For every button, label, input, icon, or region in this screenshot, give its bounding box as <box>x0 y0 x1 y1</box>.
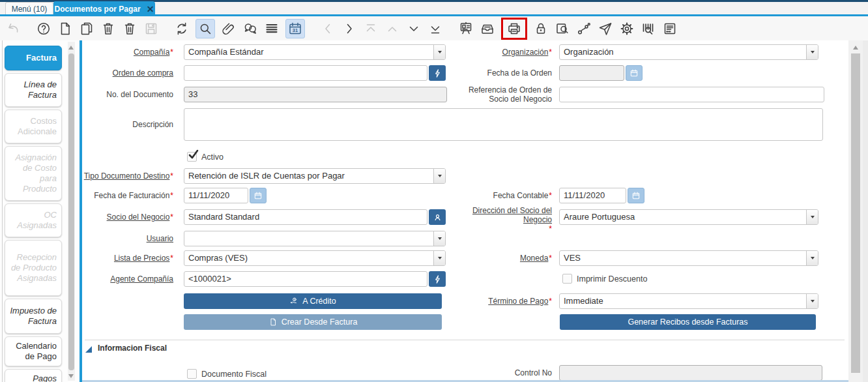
generar-recibos-button[interactable]: Generar Recibos desde Facturas <box>560 314 816 330</box>
organizacion-field[interactable]: Organización <box>559 44 818 60</box>
sidebar-tab-pagos[interactable]: Pagos <box>5 369 62 382</box>
fecha-contable-calendar-icon[interactable] <box>628 188 644 203</box>
termino-pago-dropdown-icon[interactable] <box>806 294 818 308</box>
sidebar-tab-impuesto-de-factura[interactable]: Impuesto de Factura <box>5 299 62 334</box>
fecha-orden-calendar-icon[interactable] <box>626 65 643 81</box>
delete-selection-icon[interactable] <box>122 20 137 38</box>
agente-field[interactable]: <1000021> <box>184 271 427 287</box>
organizacion-label[interactable]: Organización* <box>447 44 552 60</box>
orden-compra-value <box>184 66 427 80</box>
activo-checkbox[interactable] <box>187 152 197 162</box>
sidebar-tab-label: OC Asignadas <box>8 210 57 231</box>
close-tab-icon[interactable]: ✕ <box>147 5 154 14</box>
zoom-across-icon[interactable] <box>555 20 570 38</box>
referencia-field[interactable] <box>559 87 824 102</box>
next-record-icon[interactable] <box>341 20 357 38</box>
imprimir-descuento-checkbox[interactable] <box>562 274 572 284</box>
scroll-up-icon[interactable] <box>853 46 858 50</box>
lista-precios-field[interactable]: Compras (VES) <box>184 250 446 266</box>
socio-field[interactable]: Standard Standard <box>184 209 427 225</box>
print-icon[interactable] <box>506 20 522 38</box>
fecha-facturacion-field[interactable]: 11/11/2020 <box>184 188 248 203</box>
last-record-icon[interactable] <box>427 20 443 38</box>
report-view-icon[interactable] <box>662 20 678 38</box>
tipo-documento-dropdown-icon[interactable] <box>433 169 445 183</box>
orden-compra-search-button[interactable] <box>429 65 446 81</box>
agente-search-button[interactable] <box>429 271 446 287</box>
a-credito-button[interactable]: A Crédito <box>184 293 442 309</box>
sidebar-tab-factura[interactable]: Factura <box>5 46 62 70</box>
app-window: Menú (10) Documentos por Pagar ✕ 31 <box>0 0 868 382</box>
sidebar-scrollbar[interactable] <box>68 42 75 381</box>
sidebar-tab-label: Línea de Factura <box>8 80 57 100</box>
lista-precios-dropdown-icon[interactable] <box>433 251 445 265</box>
termino-pago-field[interactable]: Immediate <box>559 293 818 309</box>
documento-fiscal-checkbox[interactable] <box>187 369 197 379</box>
sidebar-scroll-down-icon[interactable] <box>68 374 74 378</box>
compania-label[interactable]: Compañía* <box>82 44 173 60</box>
attachment-icon[interactable] <box>221 20 237 38</box>
delete-record-icon[interactable] <box>100 20 116 38</box>
first-record-icon <box>363 20 379 38</box>
collapse-section-icon[interactable] <box>85 346 92 353</box>
new-record-icon[interactable] <box>57 20 73 38</box>
termino-pago-label[interactable]: Término de Pago* <box>447 293 552 309</box>
find-icon[interactable] <box>195 19 215 38</box>
compania-dropdown-icon[interactable] <box>433 45 445 59</box>
referencia-value <box>560 87 824 102</box>
refresh-icon[interactable] <box>174 20 190 38</box>
direccion-socio-label[interactable]: Dirección del Socio del Negocio* <box>447 206 552 228</box>
scroll-thumb[interactable] <box>851 53 860 373</box>
send-request-icon[interactable] <box>598 20 613 38</box>
socio-label[interactable]: Socio del Negocio* <box>82 209 173 225</box>
usuario-field[interactable] <box>184 231 446 246</box>
product-info-icon[interactable] <box>641 20 656 38</box>
imprimir-descuento-label: Imprimir Descuento <box>577 274 647 284</box>
descripcion-textarea[interactable] <box>184 108 823 141</box>
fecha-contable-field[interactable]: 11/11/2020 <box>559 188 626 203</box>
sidebar-scroll-up-icon[interactable] <box>68 46 74 50</box>
preferences-icon[interactable] <box>619 20 635 38</box>
socio-info-button[interactable] <box>429 209 446 225</box>
lock-icon[interactable] <box>533 20 549 38</box>
orden-compra-label[interactable]: Orden de compra <box>82 65 173 81</box>
calendar-icon[interactable]: 31 <box>285 19 305 38</box>
agente-label[interactable]: Agente Compañía <box>82 271 173 287</box>
sidebar-left-border <box>2 40 3 382</box>
sidebar-tab-label: Factura <box>26 53 57 63</box>
previous-record-icon <box>320 20 336 38</box>
moneda-dropdown-icon[interactable] <box>806 251 818 265</box>
report-icon[interactable] <box>458 20 474 38</box>
fecha-facturacion-group: 11/11/2020 <box>184 188 267 203</box>
archive-icon[interactable] <box>480 20 495 38</box>
workflow-icon[interactable] <box>576 20 592 38</box>
direccion-socio-dropdown-icon[interactable] <box>806 210 818 224</box>
tipo-documento-field[interactable]: Retención de ISLR de Cuentas por Pagar <box>184 168 446 184</box>
sidebar-scroll-thumb[interactable] <box>68 53 74 370</box>
sidebar-tab-list: Factura Línea de Factura Costos Adiciona… <box>0 40 80 382</box>
copy-record-icon[interactable] <box>79 20 94 38</box>
usuario-label[interactable]: Usuario <box>82 231 173 246</box>
moneda-field[interactable]: VES <box>559 250 818 266</box>
lista-precios-label[interactable]: Lista de Precios* <box>82 250 173 266</box>
direccion-socio-value: Araure Portuguesa <box>560 210 806 224</box>
undo-icon <box>5 20 21 38</box>
direccion-socio-field[interactable]: Araure Portuguesa <box>559 209 818 225</box>
tipo-documento-label[interactable]: Tipo Documento Destino* <box>82 168 173 184</box>
compania-field[interactable]: Compañía Estándar <box>184 44 446 60</box>
chat-icon[interactable] <box>242 20 258 38</box>
moneda-label[interactable]: Moneda* <box>447 250 552 266</box>
fecha-facturacion-calendar-icon[interactable] <box>250 188 267 203</box>
down-icon[interactable] <box>406 20 422 38</box>
usuario-dropdown-icon[interactable] <box>433 231 445 246</box>
tab-menu[interactable]: Menú (10) <box>5 2 53 16</box>
crear-desde-factura-button[interactable]: Crear Desde Factura <box>184 314 442 330</box>
sidebar-tab-linea-de-factura[interactable]: Línea de Factura <box>5 73 62 107</box>
grid-toggle-icon[interactable] <box>264 20 280 38</box>
socio-value: Standard Standard <box>184 210 427 224</box>
organizacion-dropdown-icon[interactable] <box>806 45 818 59</box>
sidebar-tab-calendario-de-pago[interactable]: Calendario de Pago <box>5 336 62 366</box>
orden-compra-field[interactable] <box>184 65 427 81</box>
vertical-scrollbar[interactable] <box>848 40 863 382</box>
help-icon[interactable] <box>36 20 51 38</box>
